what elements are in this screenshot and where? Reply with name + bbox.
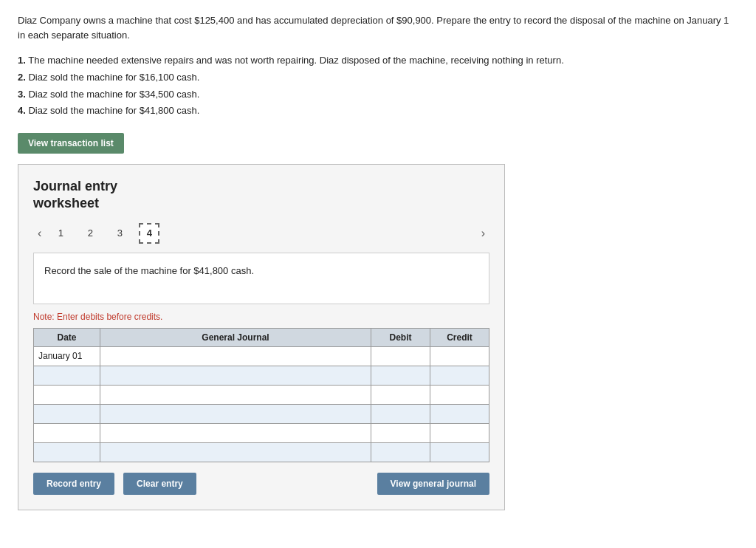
intro-item-1: 1. The machine needed extensive repairs … bbox=[18, 52, 738, 69]
credit-cell-4[interactable] bbox=[430, 404, 489, 423]
debit-input-4[interactable] bbox=[371, 405, 430, 423]
debit-cell-5[interactable] bbox=[371, 423, 430, 442]
credit-cell-2[interactable] bbox=[430, 366, 489, 385]
credit-cell-5[interactable] bbox=[430, 423, 489, 442]
scenario-text: Record the sale of the machine for $41,8… bbox=[44, 265, 254, 276]
intro-list: 1. The machine needed extensive repairs … bbox=[18, 52, 738, 120]
tab-1[interactable]: 1 bbox=[50, 223, 71, 244]
journal-cell-5[interactable] bbox=[100, 423, 371, 442]
debit-input-3[interactable] bbox=[371, 386, 430, 404]
table-row bbox=[34, 385, 489, 404]
journal-input-5[interactable] bbox=[100, 424, 371, 442]
date-cell-5 bbox=[34, 423, 100, 442]
credit-input-1[interactable] bbox=[430, 347, 489, 366]
table-row bbox=[34, 423, 489, 442]
view-transaction-button[interactable]: View transaction list bbox=[18, 133, 124, 154]
credit-cell-6[interactable] bbox=[430, 442, 489, 462]
credit-input-3[interactable] bbox=[430, 386, 489, 404]
date-cell-6 bbox=[34, 442, 100, 462]
action-buttons-bar: Record entry Clear entry View general jo… bbox=[33, 473, 489, 495]
clear-entry-button[interactable]: Clear entry bbox=[123, 473, 196, 495]
col-header-debit: Debit bbox=[371, 328, 430, 346]
debit-cell-4[interactable] bbox=[371, 404, 430, 423]
intro-item-4: 4. Diaz sold the machine for $41,800 cas… bbox=[18, 103, 738, 120]
journal-table: Date General Journal Debit Credit Januar… bbox=[33, 328, 489, 462]
journal-cell-4[interactable] bbox=[100, 404, 371, 423]
intro-item-3: 3. Diaz sold the machine for $34,500 cas… bbox=[18, 86, 738, 103]
date-cell-1: January 01 bbox=[34, 346, 100, 366]
intro-paragraph: Diaz Company owns a machine that cost $1… bbox=[18, 13, 738, 42]
credit-cell-3[interactable] bbox=[430, 385, 489, 404]
col-header-credit: Credit bbox=[430, 328, 489, 346]
debit-input-1[interactable] bbox=[371, 347, 430, 366]
journal-cell-3[interactable] bbox=[100, 385, 371, 404]
journal-input-6[interactable] bbox=[100, 443, 371, 462]
intro-item-2: 2. Diaz sold the machine for $16,100 cas… bbox=[18, 69, 738, 86]
credit-input-5[interactable] bbox=[430, 424, 489, 442]
col-header-date: Date bbox=[34, 328, 100, 346]
scenario-box: Record the sale of the machine for $41,8… bbox=[33, 253, 489, 304]
journal-input-3[interactable] bbox=[100, 386, 371, 404]
journal-input-1[interactable] bbox=[100, 347, 371, 366]
prev-tab-arrow[interactable]: ‹ bbox=[33, 225, 46, 242]
view-general-journal-button[interactable]: View general journal bbox=[377, 473, 489, 495]
credit-input-6[interactable] bbox=[430, 443, 489, 462]
debit-input-6[interactable] bbox=[371, 443, 430, 462]
date-cell-3 bbox=[34, 385, 100, 404]
worksheet-container: Journal entry worksheet ‹ 1 2 3 4 › Reco… bbox=[18, 164, 505, 510]
date-cell-2 bbox=[34, 366, 100, 385]
debit-cell-2[interactable] bbox=[371, 366, 430, 385]
debit-cell-1[interactable] bbox=[371, 346, 430, 366]
journal-cell-2[interactable] bbox=[100, 366, 371, 385]
journal-cell-6[interactable] bbox=[100, 442, 371, 462]
tab-2[interactable]: 2 bbox=[80, 223, 100, 244]
table-row bbox=[34, 442, 489, 462]
tab-4[interactable]: 4 bbox=[139, 223, 159, 244]
tab-3[interactable]: 3 bbox=[109, 223, 130, 244]
record-entry-button[interactable]: Record entry bbox=[33, 473, 114, 495]
table-row bbox=[34, 366, 489, 385]
journal-cell-1[interactable] bbox=[100, 346, 371, 366]
journal-input-2[interactable] bbox=[100, 366, 371, 385]
table-row bbox=[34, 404, 489, 423]
tab-navigation: ‹ 1 2 3 4 › bbox=[33, 223, 489, 244]
debit-input-2[interactable] bbox=[371, 366, 430, 385]
credit-cell-1[interactable] bbox=[430, 346, 489, 366]
worksheet-title: Journal entry worksheet bbox=[33, 178, 489, 213]
credit-input-4[interactable] bbox=[430, 405, 489, 423]
debit-cell-6[interactable] bbox=[371, 442, 430, 462]
note-text: Note: Enter debits before credits. bbox=[33, 312, 489, 322]
credit-input-2[interactable] bbox=[430, 366, 489, 385]
journal-input-4[interactable] bbox=[100, 405, 371, 423]
debit-input-5[interactable] bbox=[371, 424, 430, 442]
debit-cell-3[interactable] bbox=[371, 385, 430, 404]
table-row: January 01 bbox=[34, 346, 489, 366]
date-cell-4 bbox=[34, 404, 100, 423]
col-header-journal: General Journal bbox=[100, 328, 371, 346]
next-tab-arrow[interactable]: › bbox=[477, 225, 489, 242]
